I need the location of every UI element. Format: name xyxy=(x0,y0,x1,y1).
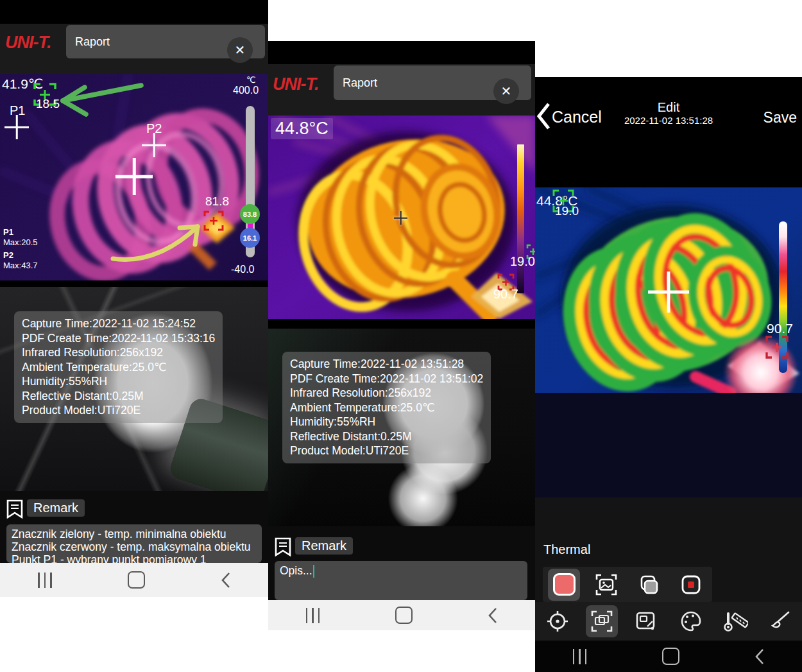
max-temp-marker-red xyxy=(203,211,224,231)
save-button[interactable]: Save xyxy=(764,109,797,126)
image-edit-icon xyxy=(635,610,658,633)
tool-annotate-brush-button[interactable] xyxy=(764,605,796,637)
mode-section-label: Thermal xyxy=(543,542,590,557)
report-title-value: Raport xyxy=(75,35,110,49)
remark-line: Punkt P1 - wybrany punkt pomiarowy 1 xyxy=(12,553,257,563)
edit-title: Edit xyxy=(535,100,802,115)
annotation-arrow-green xyxy=(56,79,146,119)
hot-temp-value: 90.7 xyxy=(767,321,793,336)
min-temp-value: 19.0 xyxy=(555,204,579,218)
info-line: PDF Create Time:2022-11-02 15:33:16 xyxy=(22,331,215,346)
info-line: Product Model:UTi720E xyxy=(290,444,483,458)
visible-photo: Capture Time:2022-11-02 15:24:52 PDF Cre… xyxy=(0,287,268,491)
spacer-navy xyxy=(535,393,802,497)
info-line: Reflective Distant:0.25M xyxy=(22,389,215,404)
tool-measure-point-button[interactable] xyxy=(542,605,574,637)
close-glyph: ✕ xyxy=(501,83,512,99)
status-bar-area xyxy=(268,41,535,64)
capture-info-box: Capture Time:2022-11-02 15:24:52 PDF Cre… xyxy=(14,311,223,423)
scale-min: -40.0 xyxy=(231,264,254,275)
thermal-image-orange: 44.8°C 19.0 90.7 xyxy=(268,116,535,319)
android-navbar xyxy=(268,600,535,630)
info-line: Capture Time:2022-11-02 15:24:52 xyxy=(22,316,215,331)
mode-thermal-only-button[interactable] xyxy=(548,569,580,601)
visible-photo: Capture Time:2022-11-02 13:51:28 PDF Cre… xyxy=(268,329,535,526)
recents-button[interactable] xyxy=(306,608,320,623)
info-line: Humidity:55%RH xyxy=(290,415,483,429)
scale-max: 400.0 xyxy=(233,85,259,96)
max-temp-marker-red xyxy=(765,335,789,359)
tool-temperature-range-button[interactable] xyxy=(719,605,751,637)
tool-palette-button[interactable] xyxy=(675,605,707,637)
mode-pip-button[interactable] xyxy=(675,569,707,601)
p1-stat-name: P1 xyxy=(3,227,13,237)
p2-stat-name: P2 xyxy=(3,250,13,260)
remark-label: Remark xyxy=(27,499,85,517)
capture-info-box: Capture Time:2022-11-02 13:51:28 PDF Cre… xyxy=(282,352,491,463)
report-title-value: Raport xyxy=(343,76,377,90)
back-button[interactable] xyxy=(221,572,230,589)
thermal-only-icon xyxy=(553,573,576,596)
report-header: UNI-T. Raport ✕ xyxy=(0,24,268,74)
edit-toolbar xyxy=(535,602,802,641)
screenshot-canvas: UNI-T. Raport ✕ xyxy=(0,0,802,672)
fusion-icon xyxy=(638,574,660,596)
mode-fusion-button[interactable] xyxy=(633,569,665,601)
divider xyxy=(268,319,535,329)
mode-visible-image-button[interactable] xyxy=(590,569,622,601)
p1-stat-value: Max:20.5 xyxy=(3,237,37,247)
home-button[interactable] xyxy=(662,648,679,665)
temperature-colorbar xyxy=(517,144,524,293)
thermal-image-rainbow[interactable]: 44.8°C 19.0 90.7 xyxy=(535,187,802,393)
mode-section: Thermal xyxy=(535,497,802,602)
back-button[interactable] xyxy=(755,648,764,665)
info-line: Reflective Distant:0.25M xyxy=(290,429,483,444)
edit-header: Cancel Edit 2022-11-02 13:51:28 Save xyxy=(535,77,802,154)
info-line: Ambient Temperature:25.0℃ xyxy=(22,360,215,375)
tool-fusion-mode-button[interactable] xyxy=(586,605,618,637)
min-temp-value: 19.0 xyxy=(510,254,535,269)
edit-screen: Cancel Edit 2022-11-02 13:51:28 Save xyxy=(535,77,802,672)
range-high-knob[interactable]: 83.8 xyxy=(240,204,260,224)
center-cross-marker xyxy=(115,158,153,195)
recents-button[interactable] xyxy=(38,573,52,588)
picture-in-picture-icon xyxy=(680,574,702,596)
thermometer-ruler-icon xyxy=(722,610,748,633)
hot-temp-value: 81.8 xyxy=(205,194,229,209)
info-line: Ambient Temperature:25.0℃ xyxy=(290,401,483,415)
tool-image-edit-button[interactable] xyxy=(630,605,662,637)
target-icon xyxy=(546,610,569,633)
info-line: Infrared Resolution:256x192 xyxy=(22,345,215,360)
close-glyph: ✕ xyxy=(235,42,246,58)
text-cursor xyxy=(313,565,314,578)
report-header: UNI-T. Raport ✕ xyxy=(268,64,535,116)
info-line: PDF Create Time:2022-11-02 13:51:02 xyxy=(290,372,483,386)
remark-line: Znacznik zielony - temp. minimalna obiek… xyxy=(12,528,257,540)
remark-icon xyxy=(6,499,23,519)
home-button[interactable] xyxy=(128,571,145,589)
remark-line: Znacznik czerwony - temp. maksymalna obi… xyxy=(12,540,257,553)
close-icon[interactable]: ✕ xyxy=(227,37,253,63)
close-icon[interactable]: ✕ xyxy=(493,78,519,104)
edit-subtitle: 2022-11-02 13:51:28 xyxy=(535,115,802,126)
remark-section: Remark Znacznik zielony - temp. minimaln… xyxy=(0,491,268,563)
info-line: Humidity:55%RH xyxy=(22,374,215,389)
hot-temp-value: 90.7 xyxy=(493,287,518,302)
info-line: Infrared Resolution:256x192 xyxy=(290,386,483,401)
center-cross-marker xyxy=(394,211,407,225)
palette-icon xyxy=(679,610,703,633)
scale-unit: ℃ xyxy=(246,75,256,85)
remark-icon xyxy=(275,537,291,556)
p1-cross-marker xyxy=(4,115,29,139)
remark-section: Remark Opis... xyxy=(268,526,535,600)
report-screen-2: UNI-T. Raport ✕ xyxy=(268,41,535,630)
home-button[interactable] xyxy=(395,607,413,624)
p2-stat-value: Max:43.7 xyxy=(3,261,37,270)
range-low-knob[interactable]: 16.1 xyxy=(240,228,260,248)
recents-button[interactable] xyxy=(573,649,587,664)
uni-t-logo: UNI-T. xyxy=(5,33,51,53)
android-navbar xyxy=(535,641,802,672)
remark-text-input[interactable]: Opis... xyxy=(275,561,527,600)
remark-text-input[interactable]: Znacznik zielony - temp. minimalna obiek… xyxy=(6,524,262,563)
back-button[interactable] xyxy=(488,607,497,624)
